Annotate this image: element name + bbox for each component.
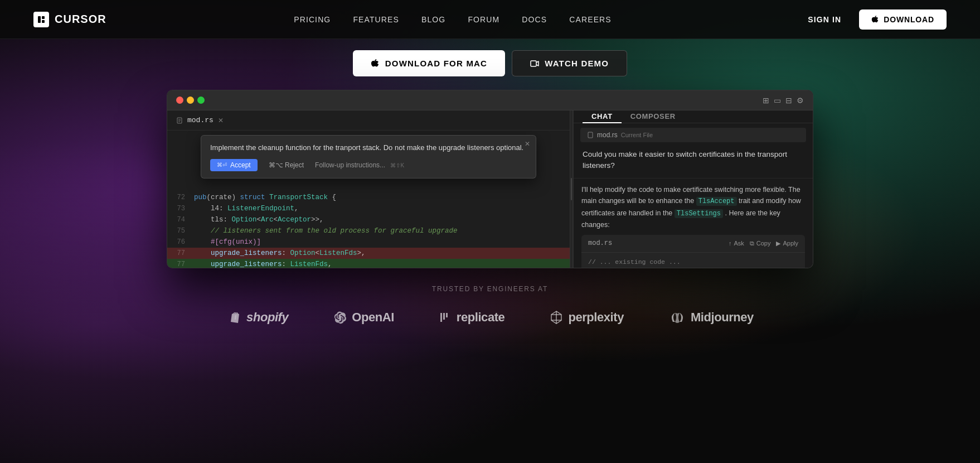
chat-file-ref: mod.rs Current File — [580, 128, 806, 142]
replicate-icon — [439, 311, 452, 324]
logo[interactable]: CURSOR — [33, 12, 106, 27]
chat-code-block: mod.rs ↑ Ask ⧉ Copy — [581, 235, 805, 268]
close-window-button[interactable] — [176, 97, 183, 104]
watch-demo-button[interactable]: WATCH DEMO — [512, 50, 627, 76]
perplexity-text: perplexity — [568, 310, 624, 325]
highlight-tlsaccept: TlsAccept — [696, 197, 737, 206]
layout-icon[interactable]: ▭ — [774, 96, 781, 105]
shopify-text: shopify — [246, 310, 288, 325]
title-bar-actions: ⊞ ▭ ⊟ ⚙ — [763, 96, 804, 105]
tab-composer[interactable]: COMPOSER — [622, 110, 685, 123]
code-area: ✕ Implement the cleanup function for the… — [167, 131, 570, 268]
nav-link-blog[interactable]: BLOG — [421, 15, 445, 24]
navbar: CURSOR PRICING FEATURES BLOG FORUM DOCS … — [0, 0, 980, 39]
nav-link-careers[interactable]: CAREERS — [569, 15, 612, 24]
chat-tabs: CHAT COMPOSER — [574, 110, 813, 123]
openai-icon — [333, 310, 347, 325]
code-line: 74 tls: Option<Arc<Acceptor>>, — [167, 214, 570, 225]
chat-copy-button[interactable]: ⧉ Copy — [750, 239, 771, 249]
trusted-label: TRUSTED BY ENGINEERS AT — [0, 285, 980, 293]
video-icon — [530, 59, 539, 68]
copy-icon: ⧉ — [750, 239, 754, 249]
openai-text: OpenAI — [352, 310, 394, 325]
nav-download-button[interactable]: DOWNLOAD — [859, 9, 947, 30]
nav-link-features[interactable]: FEATURES — [353, 15, 399, 24]
file-tab-close-button[interactable]: ✕ — [218, 117, 224, 124]
midjourney-logo: Midjourney — [668, 310, 754, 325]
chat-apply-button[interactable]: ▶ Apply — [776, 239, 798, 249]
chat-ask-button[interactable]: ↑ Ask — [729, 239, 744, 249]
svg-rect-8 — [588, 132, 593, 138]
accept-shortcut: ⌘⏎ — [217, 162, 227, 168]
sign-in-button[interactable]: SIGN IN — [799, 11, 850, 28]
chat-code-header: mod.rs ↑ Ask ⧉ Copy — [581, 235, 805, 253]
openai-logo: OpenAI — [333, 310, 394, 325]
apple-icon-hero — [371, 59, 380, 68]
file-tab[interactable]: mod.rs ✕ — [167, 110, 570, 131]
chat-code-line: // ... existing code ... — [588, 257, 798, 267]
nav-download-label: DOWNLOAD — [884, 15, 934, 24]
accept-button[interactable]: ⌘⏎ Accept — [210, 159, 258, 171]
replicate-text: replicate — [457, 310, 505, 325]
chat-code-actions: ↑ Ask ⧉ Copy ▶ Apply — [729, 239, 798, 249]
logo-icon — [33, 12, 49, 27]
split-view-icon[interactable]: ⊞ — [763, 96, 769, 105]
chat-response: I'll help modify the code to make certif… — [574, 179, 813, 268]
midjourney-text: Midjourney — [691, 310, 754, 325]
tab-chat[interactable]: CHAT — [583, 110, 622, 123]
chat-code-content: // ... existing code ... /// The APIs to… — [581, 253, 805, 268]
svg-rect-2 — [42, 20, 45, 23]
code-lines: 72 pub(crate) struct TransportStack { 73… — [167, 192, 570, 268]
ask-icon: ↑ — [729, 239, 732, 249]
sidebar-icon[interactable]: ⊟ — [785, 96, 792, 105]
code-line-deleted: 77 upgrade_listeners: Option<ListenFds>, — [167, 248, 570, 259]
highlight-tlssettings: TlsSettings — [675, 209, 723, 218]
minimize-window-button[interactable] — [187, 97, 194, 104]
code-line: 72 pub(crate) struct TransportStack { — [167, 192, 570, 203]
svg-rect-0 — [38, 16, 41, 23]
apple-icon-nav — [871, 16, 879, 23]
download-mac-label: DOWNLOAD FOR MAC — [385, 59, 487, 68]
followup-label: Follow-up instructions... — [315, 161, 385, 169]
maximize-window-button[interactable] — [197, 97, 205, 104]
popup-actions: ⌘⏎ Accept ⌘⌥ Reject Follow-up instructio… — [210, 159, 527, 171]
file-ref-icon — [587, 132, 594, 138]
shopify-logo: shopify — [226, 310, 288, 325]
nav-links: PRICING FEATURES BLOG FORUM DOCS CAREERS — [294, 15, 612, 24]
chat-code-filename: mod.rs — [588, 238, 612, 249]
code-panel: mod.rs ✕ ✕ Implement the cleanup functio… — [167, 110, 570, 268]
popup-instruction-text: Implement the cleanup function for the t… — [210, 142, 527, 153]
chat-panel: CHAT COMPOSER mod.rs Current File Could … — [573, 110, 813, 268]
nav-actions: SIGN IN DOWNLOAD — [799, 9, 947, 30]
nav-link-docs[interactable]: DOCS — [522, 15, 547, 24]
followup-shortcut: ⌘⇧K — [390, 162, 404, 168]
trusted-section: TRUSTED BY ENGINEERS AT shopify OpenAI r — [0, 268, 980, 336]
accept-label: Accept — [230, 161, 251, 169]
code-line: 75 // listeners sent from the old proces… — [167, 225, 570, 237]
nav-link-pricing[interactable]: PRICING — [294, 15, 331, 24]
window-controls — [176, 97, 205, 104]
hero-section: DOWNLOAD FOR MAC WATCH DEMO ⊞ ▭ ⊟ ⚙ — [0, 39, 980, 268]
chat-question: Could you make it easier to switch certi… — [574, 144, 813, 179]
file-tab-name: mod.rs — [187, 116, 214, 124]
code-line: 76 #[cfg(unix)] — [167, 237, 570, 248]
file-icon — [176, 117, 183, 124]
shopify-icon — [226, 310, 242, 325]
editor-body: mod.rs ✕ ✕ Implement the cleanup functio… — [167, 110, 813, 268]
svg-rect-1 — [42, 16, 45, 19]
inline-edit-popup: ✕ Implement the cleanup function for the… — [201, 135, 536, 179]
midjourney-icon — [668, 311, 686, 324]
download-mac-button[interactable]: DOWNLOAD FOR MAC — [353, 50, 505, 76]
code-line: 73 l4: ListenerEndpoint, — [167, 203, 570, 214]
chat-file-label: Current File — [621, 132, 653, 138]
nav-link-forum[interactable]: FORUM — [468, 15, 499, 24]
followup-button[interactable]: Follow-up instructions... ⌘⇧K — [315, 161, 404, 169]
settings-icon[interactable]: ⚙ — [797, 96, 804, 105]
chat-code-line — [588, 267, 798, 268]
popup-close-button[interactable]: ✕ — [525, 140, 530, 148]
svg-rect-11 — [446, 313, 448, 317]
svg-rect-3 — [531, 61, 536, 66]
editor-window: ⊞ ▭ ⊟ ⚙ mod.rs ✕ — [167, 90, 813, 268]
reject-button[interactable]: ⌘⌥ Reject — [264, 159, 308, 171]
logo-text: CURSOR — [55, 13, 106, 26]
